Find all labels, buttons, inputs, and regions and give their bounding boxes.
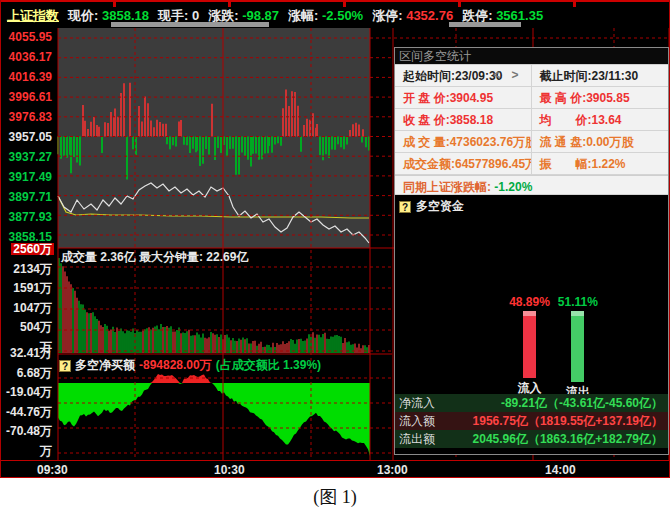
price-tick: 4055.95 (7, 31, 54, 43)
terminal-area: 上证指数 现价: 3858.18 现手: 0 涨跌: -98.87 (0, 0, 670, 478)
figure-caption: (图 1) (0, 478, 670, 515)
quote-field-value: 3561.35 (496, 8, 543, 23)
funds-bar-percent: 51.11% (558, 295, 598, 309)
price-tick: 3996.61 (7, 91, 54, 103)
stats-cell: 最 高 价:3905.85 (532, 87, 669, 108)
stats-cell: 成交金额:64577896.45万元 (395, 153, 532, 174)
footer-value: -1.20% (494, 180, 532, 194)
price-axis: 4055.954036.174016.393996.613976.833957.… (1, 31, 54, 243)
price-tick: 3976.83 (7, 111, 54, 123)
netbuy-info-label: ? 多空净买额 -894828.00万 (占成交额比 1.39%) (59, 357, 321, 374)
help-icon[interactable]: ? (399, 201, 411, 213)
quote-field-value: 3858.18 (102, 8, 149, 23)
funds-bar-column: 48.89% 流入 (509, 295, 550, 401)
stats-row: 成 交 量:4736023.76万股 流 通 盘:0.00万股 (395, 131, 668, 153)
stats-cell: 成 交 量:4736023.76万股 (395, 131, 532, 152)
volume-info-label: 成交量 2.36亿 最大分钟量: 22.69亿 (61, 249, 248, 266)
funds-row-label: 流入额 (395, 413, 447, 430)
quote-field-value: 4352.76 (406, 8, 453, 23)
help-icon[interactable]: ? (59, 360, 71, 372)
stat-value: 64577896.45万元 (455, 157, 532, 171)
quote-field-label: 现价: (68, 8, 98, 23)
funds-bar (571, 311, 584, 382)
stat-label: 流 通 盘: (540, 135, 587, 149)
time-tick: 09:30 (37, 463, 68, 477)
stat-label: 开 盘 价: (403, 91, 450, 105)
stats-row: 开 盘 价:3904.95 最 高 价:3905.85 (395, 87, 668, 109)
quote-field-label: 涨停: (372, 8, 402, 23)
netbuy-tick: 万 (38, 445, 54, 457)
quote-field-label: 涨幅: (288, 8, 318, 23)
quote-field-label: 跌停: (462, 8, 492, 23)
stats-row: 收 盘 价:3858.18 均 价:13.64 (395, 109, 668, 131)
price-tick: 4016.39 (7, 71, 54, 83)
netbuy-tick: -70.48万 (4, 425, 54, 437)
funds-bar-percent: 48.89% (509, 295, 550, 309)
index-name[interactable]: 上证指数 (7, 7, 59, 25)
volume-tick: 2134万 (11, 263, 54, 275)
price-tick: 3877.93 (7, 211, 54, 223)
stat-value: 3905.85 (586, 91, 629, 105)
range-nav-arrows[interactable]: < > (493, 68, 522, 82)
stat-value: 0.00万股 (586, 135, 633, 149)
stat-label: 均 价: (540, 113, 592, 127)
stats-cell: 开 盘 价:3904.95 (395, 87, 532, 108)
time-axis: 09:3010:3013:0014:00 (1, 460, 670, 478)
netbuy-axis: 32.41万6.68万-19.04万-44.76万-70.48万万 (1, 347, 54, 457)
stat-label: 成交金额: (403, 157, 455, 171)
quote-field-label: 现手: (158, 8, 188, 23)
stats-cell: 截止时间:23/11:30 (532, 65, 669, 86)
volume-tick: 1591万 (11, 282, 54, 294)
top-ruler (1, 0, 670, 7)
funds-bar-column: 51.11% 流出 (558, 295, 598, 401)
time-tick: 10:30 (214, 463, 245, 477)
funds-row-value: 1956.75亿（1819.55亿+137.19亿） (447, 413, 668, 430)
scrollbar-thumb[interactable] (449, 22, 521, 27)
stat-value: 3858.18 (450, 113, 493, 127)
funds-row: 净流入 -89.21亿（-43.61亿-45.60亿） (395, 394, 668, 412)
stat-label: 成 交 量: (403, 135, 450, 149)
time-tick: 14:00 (545, 463, 576, 477)
stats-footer: 同期上证涨跌幅: -1.20% (395, 175, 668, 195)
footer-label: 同期上证涨跌幅: (403, 180, 491, 194)
funds-row: 流出额 2045.96亿（1863.16亿+182.79亿） (395, 430, 668, 448)
price-tick: 3917.49 (7, 171, 54, 183)
funds-bar (523, 311, 536, 378)
scrollbar-segment[interactable] (111, 22, 269, 27)
stat-value: 23/11:30 (592, 69, 639, 83)
netbuy-value: -894828.00万 (139, 357, 212, 374)
stats-cell: 振 幅:1.22% (532, 153, 669, 174)
stat-value: 1.22% (592, 157, 626, 171)
price-tick: 4036.17 (7, 51, 54, 63)
funds-section: ? 多空资金 48.89% 流入 51.11% 流出 (395, 195, 668, 454)
quote-field-value: 0 (192, 8, 199, 23)
netbuy-tick: 6.68万 (15, 367, 54, 379)
funds-row: 流入额 1956.75亿（1819.55亿+137.19亿） (395, 412, 668, 430)
app-window: 上证指数 现价: 3858.18 现手: 0 涨跌: -98.87 (0, 0, 670, 515)
stat-value: 4736023.76万股 (450, 135, 532, 149)
funds-row-value: -89.21亿（-43.61亿-45.60亿） (447, 395, 668, 412)
price-tick: 3897.71 (7, 191, 54, 203)
time-tick: 13:00 (377, 463, 408, 477)
price-tick: 3957.05 (7, 131, 54, 143)
quote-topbar: 上证指数 现价: 3858.18 现手: 0 涨跌: -98.87 (1, 0, 670, 28)
netbuy-ratio: (占成交额比 1.39%) (216, 357, 321, 374)
funds-row-value: 2045.96亿（1863.16亿+182.79亿） (447, 431, 668, 448)
netbuy-tick: -44.76万 (4, 406, 54, 418)
volume-tick: 504万 (18, 321, 54, 333)
stat-value: 13.64 (592, 113, 622, 127)
quote-field: 涨幅: -2.50% (288, 7, 363, 25)
quote-field-label: 涨跌: (208, 8, 238, 23)
stat-value: 3904.95 (450, 91, 493, 105)
stat-label: 收 盘 价: (403, 113, 450, 127)
stats-row: 成交金额:64577896.45万元 振 幅:1.22% (395, 153, 668, 175)
quote-field-value: -2.50% (322, 8, 363, 23)
funds-title: 多空资金 (416, 198, 464, 215)
stats-row: 起始时间:23/09:30 < > 截止时间:23/11:30 (395, 65, 668, 87)
stat-label: 振 幅: (540, 157, 592, 171)
stats-cell: 均 价:13.64 (532, 109, 669, 130)
funds-row-label: 流出额 (395, 431, 447, 448)
volume-tick: 1047万 (11, 302, 54, 314)
stat-label: 截止时间: (540, 69, 592, 83)
funds-title-row: ? 多空资金 (395, 195, 668, 215)
